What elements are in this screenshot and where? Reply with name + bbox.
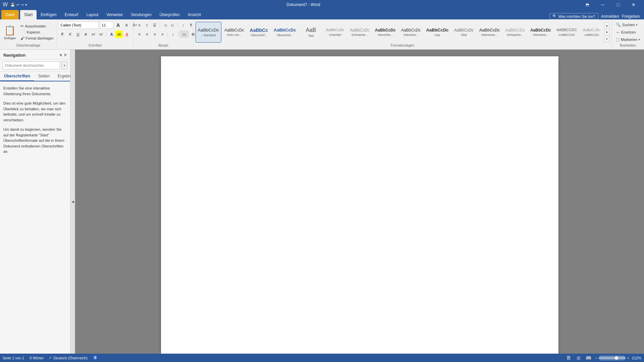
style-item-ueberschrift1[interactable]: AaBbCcÜberschrif... [247, 22, 271, 43]
nav-search-dropdown-btn[interactable]: ▾ [61, 61, 67, 69]
read-view-btn[interactable]: 📖 [585, 355, 592, 361]
pane-collapse-btn[interactable]: ◀ [70, 50, 75, 354]
font-name-input[interactable] [59, 21, 99, 29]
style-item-standard[interactable]: AaBbCcDc↑ Standard [196, 22, 222, 43]
style-sample: AaBbCcDc [426, 27, 448, 33]
style-item-intensivh[interactable]: AaBbCcDcIntensive... [399, 22, 423, 43]
ribbon-display-btn[interactable]: ⬒ [580, 0, 595, 9]
document-area[interactable] [75, 50, 644, 354]
numbering-button[interactable]: ⒈ [143, 21, 151, 29]
nav-search-input[interactable] [3, 61, 60, 69]
style-item-schwach[interactable]: AaBbCcDcSchwache... [347, 22, 372, 43]
copy-button[interactable]: 📄 Kopieren [19, 29, 55, 35]
customize-qat-btn[interactable]: ▾ [25, 3, 27, 7]
style-label: Überschrif... [277, 34, 293, 37]
style-item-int-zitat[interactable]: AaBbCcDcIntensives... [477, 22, 502, 43]
tab-datei[interactable]: Datei [1, 10, 19, 19]
style-item-hervorh[interactable]: AaBbCcDcHervorhe... [373, 22, 398, 43]
style-item-fett[interactable]: AaBbCcDcFett [424, 22, 451, 43]
italic-button[interactable]: K [66, 31, 74, 38]
zoom-thumb[interactable] [615, 356, 618, 360]
bold-button[interactable]: F [59, 31, 66, 38]
tab-entwurf[interactable]: Entwurf [61, 10, 83, 19]
nav-tab-seiten[interactable]: Seiten [34, 72, 54, 81]
undo-btn[interactable]: ↩ [16, 3, 19, 7]
cut-button[interactable]: ✂ Ausschneiden [19, 23, 55, 29]
style-sample: AaBbCcDc [479, 28, 500, 33]
font-grow-button[interactable]: A [114, 21, 122, 29]
style-item-untertitel[interactable]: AaBbCcDcUntertitel [323, 22, 347, 43]
nav-pane-options-btn[interactable]: ▾ [60, 52, 62, 58]
tab-verweise[interactable]: Verweise [102, 10, 127, 19]
nav-tab-ueberschriften[interactable]: Überschriften [0, 72, 34, 81]
style-item-kein[interactable]: AaBbCcDcKein Lee... [222, 22, 247, 43]
align-left-button[interactable]: ≡ [136, 31, 143, 38]
style-sample: AaBbCcDc [530, 28, 551, 33]
align-right-button[interactable]: ≡ [151, 31, 158, 38]
replace-label: Ersetzen [621, 30, 636, 34]
print-layout-btn[interactable]: 🖹 [565, 355, 572, 361]
style-sample: AaBbCcDc [375, 28, 396, 33]
zoom-slider[interactable] [599, 356, 626, 360]
tab-ansicht[interactable]: Ansicht [184, 10, 205, 19]
multilevel-button[interactable]: ☰ [151, 21, 158, 29]
help-search-box[interactable]: 🔍 Was möchten Sie tun? [549, 13, 598, 19]
subscript-button[interactable]: x2 [90, 31, 97, 38]
font-size-input[interactable] [100, 21, 113, 29]
underline-button[interactable]: U [74, 31, 82, 38]
font-group-label: Schriftart [59, 43, 131, 47]
styles-scroll-down[interactable]: ▼ [604, 29, 609, 35]
style-item-titel[interactable]: AaBTitel [299, 22, 323, 43]
select-button[interactable]: ⬚ Markieren ▾ [614, 37, 642, 43]
tab-ueberpruefen[interactable]: Überprüfen [156, 10, 184, 19]
window-controls: ⬒ ─ □ ✕ [580, 0, 641, 9]
search-button[interactable]: 🔍 Suchen ▾ [614, 22, 642, 28]
strikethrough-button[interactable]: d [82, 31, 89, 38]
style-item-zitat[interactable]: AaBbCcDcZitat [452, 22, 476, 43]
replace-button[interactable]: ↔ Ersetzen [614, 29, 642, 35]
document-page[interactable] [161, 56, 558, 354]
zoom-in-btn[interactable]: + [627, 356, 629, 360]
styles-expand[interactable]: ▾ [604, 36, 609, 42]
bullets-button[interactable]: ≡ [136, 21, 143, 29]
paste-icon: 📋 [4, 25, 16, 36]
style-item-aabbc2[interactable]: AaBbCcDcAaBbCcDc [580, 22, 603, 43]
styles-gallery: AaBbCcDc↑ StandardAaBbCcDcKein Lee...AaB… [196, 22, 604, 43]
format-painter-button[interactable]: 🖌 Format übertragen [19, 36, 55, 41]
tab-layout[interactable]: Layout [82, 10, 102, 19]
redo-btn[interactable]: ↪ [21, 3, 24, 7]
align-center-button[interactable]: ≡ [143, 31, 151, 38]
anmelden-btn[interactable]: Anmelden [601, 14, 619, 19]
indent-button[interactable]: ▷ [169, 21, 176, 29]
tab-einfuegen[interactable]: Einfügen [37, 10, 60, 19]
tab-sendungen[interactable]: Sendungen [127, 10, 155, 19]
maximize-btn[interactable]: □ [610, 0, 626, 9]
navigation-pane-controls: ▾ ✕ [60, 52, 67, 58]
web-view-btn[interactable]: ⊞ [575, 355, 582, 361]
outdent-button[interactable]: ◁ [161, 21, 169, 29]
superscript-button[interactable]: x2 [97, 31, 105, 38]
para-divider1 [160, 23, 160, 27]
clipboard-group: 📋 Einfügen ✂ Ausschneiden 📄 Kopieren 🖌 F… [0, 21, 57, 48]
zoom-out-btn[interactable]: ─ [595, 356, 598, 360]
style-item-intensiv2[interactable]: AaBbCcDcIntensiver... [528, 22, 553, 43]
paste-button[interactable]: 📋 Einfügen [2, 23, 18, 41]
sort-button[interactable]: ↕ [179, 21, 187, 29]
nav-pane-close-btn[interactable]: ✕ [63, 52, 67, 58]
line-spacing-button[interactable]: ↕ [169, 31, 176, 38]
styles-scroll-up[interactable]: ▲ [604, 22, 609, 28]
close-btn[interactable]: ✕ [626, 0, 641, 9]
minimize-btn[interactable]: ─ [595, 0, 610, 9]
font-shrink-button[interactable]: A [123, 21, 130, 29]
tab-start[interactable]: Start [20, 10, 37, 19]
shading-button[interactable]: ▭ [179, 31, 189, 38]
style-item-aabbc1[interactable]: AABBCCDCAABBCCDC [554, 22, 579, 43]
justify-button[interactable]: ≡ [159, 31, 166, 38]
style-item-schwach2[interactable]: AaBbCcDcSchwache... [503, 22, 527, 43]
highlight-button[interactable]: ab [115, 31, 123, 38]
save-btn[interactable]: 💾 [10, 3, 15, 7]
font-color-button[interactable]: A [123, 31, 130, 38]
style-item-ueberschrift2[interactable]: AaBbCcDcÜberschrif... [271, 22, 299, 43]
text-effects-button[interactable]: A [108, 31, 115, 38]
freigeben-btn[interactable]: Freigeben [622, 14, 640, 19]
